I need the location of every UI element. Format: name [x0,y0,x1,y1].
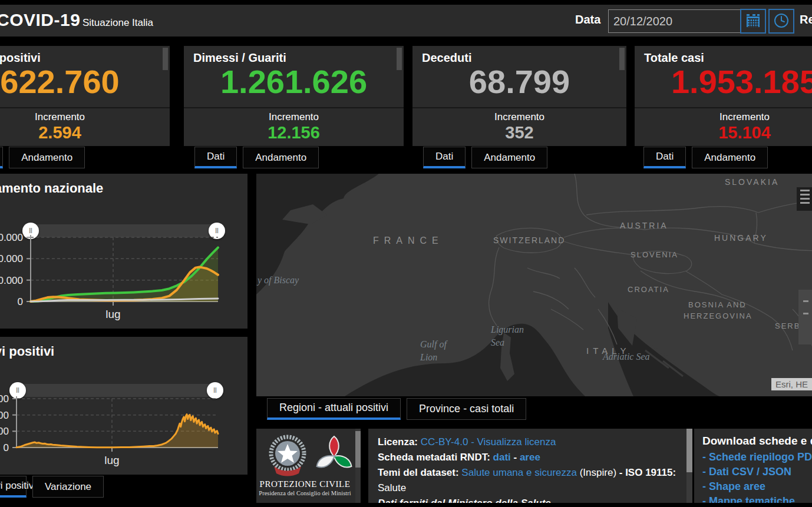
tab-dati[interactable]: Dati [643,147,686,168]
dati-link[interactable]: dati [493,452,511,463]
europe-map[interactable]: FRANCESWITZERLANDAUSTRIAHUNGARYSLOVENIAC… [256,174,812,396]
visualizza-licenza-link[interactable]: Visualizza licenza [477,436,556,448]
card-value: 68.799 [412,62,626,101]
download-link[interactable]: - Shape aree [702,479,812,494]
map-country-label: CROATIA [628,285,669,294]
increment-value: 12.156 [184,123,404,142]
map-country-label: AUSTRIA [620,221,668,230]
salute-umana-link[interactable]: Salute umana e sicurezza [461,467,577,478]
map-country-label: HERZEGOVINA [684,312,752,320]
tab-variazione[interactable]: Variazione [32,476,104,498]
svg-text:1.500.000: 1.500.000 [0,232,23,243]
temi-line: Temi del dataset: Salute umana e sicurez… [378,465,677,481]
increment-label: Incremento [184,108,404,123]
tab-dati[interactable]: Dati [423,147,466,168]
cc-by-link[interactable]: CC-BY-4.0 [421,436,468,448]
calendar-button[interactable] [740,9,766,34]
map-country-label: SLOVENIA [631,250,678,259]
tab-andamento[interactable]: Andamento [9,147,85,168]
svg-text:0: 0 [4,442,9,453]
logo-panel-scrollbar[interactable] [355,429,361,503]
map-country-label: BOSNIA AND [688,300,747,309]
svg-text:500.000: 500.000 [0,275,23,286]
card-scrollbar[interactable] [163,48,168,70]
download-link[interactable]: - Mappe tematiche [702,494,812,503]
card-scrollbar[interactable] [397,48,402,70]
download-links: - Schede riepilogo PDF- Dati CSV / JSON-… [702,450,812,503]
app-title: COVID-19 [0,10,80,30]
increment-label: Incremento [635,108,812,123]
tab-andamento[interactable]: Andamento [243,147,319,168]
daily-chart-tabs: Nuovi positivi Variazione [0,476,104,498]
metadata-line: Scheda metadati RNDT: dati - aree [378,450,677,465]
svg-text:60.000: 60.000 [0,393,9,405]
increment-label: Incremento [0,108,170,123]
tab-andamento[interactable]: Andamento [692,147,768,168]
tab-andamento[interactable]: Andamento [471,147,547,168]
tab-dati[interactable]: Dati [0,147,3,168]
rndt-label: Scheda metadati RNDT: [378,452,490,463]
card-dimessi-guariti: Dimessi / Guariti 1.261.626 Incremento 1… [184,46,404,146]
download-panel: Download schede e dati - Schede riepilog… [694,429,812,503]
temi-label: Temi del dataset: [378,467,459,478]
svg-text:40.000: 40.000 [0,410,9,421]
map-country-label: SLOVAKIA [725,177,779,187]
nuovi-positivi-chart[interactable]: 020.00040.00060.000lug [0,393,247,472]
date-label: Data [575,13,600,26]
map-zoom-control-fragment[interactable] [798,290,812,344]
ministero-salute-line: Dati forniti dal Ministero della Salute [378,496,677,503]
card-value: 1.261.626 [184,62,404,101]
calendar-icon [745,13,761,30]
card-value: 1.953.185 [635,62,812,101]
protezione-civile-wordmark: PROTEZIONE CIVILE [256,479,354,489]
card-attuali-positivi: Attuali positivi 622.760 Incremento 2.59… [0,46,170,146]
andamento-nazionale-chart[interactable]: 0500.0001.000.0001.500.000lug [0,233,247,327]
presidenza-line: Presidenza del Consiglio dei Ministri [256,490,354,496]
map-sea-label: Adriatic Sea [603,352,650,362]
clock-button[interactable] [768,9,794,34]
map-canvas [256,174,812,396]
card-increment-section: Incremento 352 [412,107,626,146]
increment-value: 352 [412,123,626,142]
map-sea-label: y of Biscay [258,275,299,286]
card-totale-tabs: Dati Andamento [643,147,768,168]
map-sea-label: Ligurian [491,324,524,335]
tab-nuovi-positivi[interactable]: Nuovi positivi [0,476,27,498]
svg-text:1.000.000: 1.000.000 [0,253,23,264]
reset-button-fragment[interactable]: Re [800,13,812,26]
svg-text:0: 0 [18,296,23,307]
map-country-label: FRANCE [373,236,444,246]
panel-nuovi-positivi: Nuovi positivi ‖ ‖ 020.00040.00060.000lu… [0,337,247,475]
map-country-label: SWITZERLAND [493,236,565,245]
panel-andamento-nazionale: Andamento nazionale ‖ ‖ 0500.0001.000.00… [0,174,247,329]
card-attuali-tabs: Dati Andamento [0,147,85,168]
map-sea-label: Gulf of [420,339,447,350]
svg-text:lug: lug [104,454,119,466]
date-input[interactable] [608,9,745,33]
covid-dashboard: { "header": { "title": "COVID-19", "subt… [0,0,812,507]
chart-title: Andamento nazionale [0,181,103,196]
tab-dati[interactable]: Dati [194,147,237,168]
card-deceduti-tabs: Dati Andamento [423,147,547,168]
tab-regioni-attuali-positivi[interactable]: Regioni - attuali positivi [267,398,401,420]
download-link[interactable]: - Schede riepilogo PDF [702,450,812,465]
license-panel: Licenza: CC-BY-4.0 - Visualizza licenza … [368,429,686,503]
map-attribution: Esri, HE [771,378,812,390]
clock-icon [773,12,790,31]
increment-label: Incremento [412,108,626,123]
aree-link[interactable]: aree [520,452,540,463]
map-tabs: Regioni - attuali positivi Province - ca… [267,398,526,420]
map-panel-fragment[interactable] [797,187,812,211]
protezione-civile-logo-panel: PROTEZIONE CIVILE Presidenza del Consigl… [256,429,361,503]
app-header: COVID-19 Situazione Italia Data Re [0,5,812,37]
card-deceduti: Deceduti 68.799 Incremento 352 [412,46,626,146]
tab-province-casi-totali[interactable]: Province - casi totali [407,398,526,420]
download-link[interactable]: - Dati CSV / JSON [702,465,812,479]
card-scrollbar[interactable] [619,48,625,70]
download-panel-scrollbar[interactable] [686,429,692,503]
card-increment-section: Incremento 2.594 [0,107,170,146]
salute-line: Salute [378,481,677,496]
download-heading: Download schede e dati [702,435,812,448]
increment-value: 15.104 [635,123,812,142]
card-dimessi-tabs: Dati Andamento [194,147,319,168]
